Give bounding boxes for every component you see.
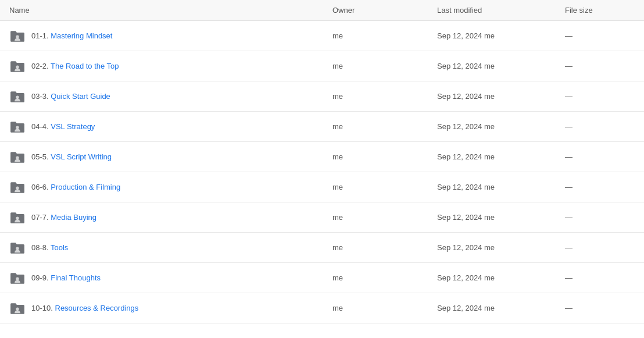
- name-cell: 09-9. Final Thoughts: [9, 270, 332, 286]
- file-name-prefix: 08-8.: [31, 243, 49, 252]
- file-name-text: The Road to the Top: [49, 62, 119, 70]
- file-name-text: VSL Script Writing: [49, 152, 112, 161]
- modified-cell: Sep 12, 2024 me: [437, 31, 565, 40]
- file-size-column-header: File size: [565, 3, 635, 17]
- file-name-link[interactable]: 06-6. Production & Filming: [31, 183, 120, 191]
- file-name-link[interactable]: 08-8. Tools: [31, 243, 68, 252]
- svg-point-3: [16, 126, 19, 129]
- shared-folder-icon: [9, 88, 26, 105]
- owner-column-header: Owner: [332, 3, 437, 17]
- owner-cell: me: [332, 31, 437, 40]
- shared-folder-icon: [9, 28, 26, 44]
- file-name-link[interactable]: 05-5. VSL Script Writing: [31, 152, 112, 161]
- size-cell: —: [565, 152, 635, 161]
- file-name-text: Media Buying: [49, 213, 96, 222]
- shared-folder-icon: [9, 149, 26, 165]
- modified-cell: Sep 12, 2024 me: [437, 273, 565, 282]
- name-column-header: Name: [9, 3, 332, 17]
- size-cell: —: [565, 62, 635, 70]
- file-name-link[interactable]: 07-7. Media Buying: [31, 213, 96, 222]
- size-cell: —: [565, 122, 635, 131]
- file-name-link[interactable]: 09-9. Final Thoughts: [31, 273, 101, 282]
- table-row[interactable]: 01-1. Mastering MindsetmeSep 12, 2024 me…: [0, 21, 644, 51]
- name-cell: 10-10. Resources & Recordings: [9, 300, 332, 316]
- table-row[interactable]: 07-7. Media BuyingmeSep 12, 2024 me—: [0, 202, 644, 233]
- file-name-text: VSL Strategy: [49, 122, 95, 131]
- file-name-link[interactable]: 10-10. Resources & Recordings: [31, 304, 138, 312]
- file-name-text: Final Thoughts: [49, 273, 101, 282]
- name-cell: 03-3. Quick Start Guide: [9, 88, 332, 105]
- owner-cell: me: [332, 62, 437, 70]
- size-cell: —: [565, 31, 635, 40]
- svg-point-5: [16, 186, 19, 189]
- owner-cell: me: [332, 92, 437, 101]
- file-name-prefix: 04-4.: [31, 122, 49, 131]
- owner-cell: me: [332, 273, 437, 282]
- table-row[interactable]: 03-3. Quick Start GuidemeSep 12, 2024 me…: [0, 81, 644, 112]
- file-name-link[interactable]: 04-4. VSL Strategy: [31, 122, 95, 131]
- svg-point-2: [16, 95, 19, 98]
- shared-folder-icon: [9, 270, 26, 286]
- svg-point-7: [16, 247, 19, 250]
- modified-cell: Sep 12, 2024 me: [437, 152, 565, 161]
- table-row[interactable]: 10-10. Resources & RecordingsmeSep 12, 2…: [0, 293, 644, 323]
- size-cell: —: [565, 183, 635, 191]
- file-name-link[interactable]: 01-1. Mastering Mindset: [31, 31, 112, 40]
- size-cell: —: [565, 273, 635, 282]
- table-row[interactable]: 06-6. Production & FilmingmeSep 12, 2024…: [0, 172, 644, 202]
- size-cell: —: [565, 213, 635, 222]
- name-cell: 06-6. Production & Filming: [9, 179, 332, 195]
- shared-folder-icon: [9, 179, 26, 195]
- shared-folder-icon: [9, 119, 26, 135]
- file-name-text: Tools: [49, 243, 69, 252]
- modified-cell: Sep 12, 2024 me: [437, 213, 565, 222]
- name-cell: 01-1. Mastering Mindset: [9, 28, 332, 44]
- file-name-prefix: 05-5.: [31, 152, 49, 161]
- table-row[interactable]: 02-2. The Road to the TopmeSep 12, 2024 …: [0, 51, 644, 81]
- file-name-link[interactable]: 02-2. The Road to the Top: [31, 62, 119, 70]
- svg-point-9: [16, 307, 19, 310]
- file-name-prefix: 06-6.: [31, 183, 49, 191]
- file-name-prefix: 01-1.: [31, 31, 49, 40]
- table-row[interactable]: 09-9. Final ThoughtsmeSep 12, 2024 me—: [0, 263, 644, 293]
- name-cell: 08-8. Tools: [9, 240, 332, 256]
- modified-cell: Sep 12, 2024 me: [437, 304, 565, 312]
- table-header: Name Owner Last modified File size: [0, 0, 644, 21]
- owner-cell: me: [332, 183, 437, 191]
- table-row[interactable]: 08-8. ToolsmeSep 12, 2024 me—: [0, 233, 644, 263]
- name-cell: 05-5. VSL Script Writing: [9, 149, 332, 165]
- svg-point-8: [16, 277, 19, 280]
- owner-cell: me: [332, 243, 437, 252]
- owner-cell: me: [332, 152, 437, 161]
- size-cell: —: [565, 92, 635, 101]
- owner-cell: me: [332, 304, 437, 312]
- svg-point-0: [16, 35, 19, 38]
- shared-folder-icon: [9, 240, 26, 256]
- name-cell: 02-2. The Road to the Top: [9, 58, 332, 74]
- file-name-prefix: 02-2.: [31, 62, 49, 70]
- table-row[interactable]: 05-5. VSL Script WritingmeSep 12, 2024 m…: [0, 142, 644, 172]
- modified-cell: Sep 12, 2024 me: [437, 92, 565, 101]
- file-name-prefix: 03-3.: [31, 92, 49, 101]
- file-name-prefix: 09-9.: [31, 273, 49, 282]
- size-cell: —: [565, 304, 635, 312]
- file-list-container: Name Owner Last modified File size 01-1.…: [0, 0, 644, 338]
- shared-folder-icon: [9, 58, 26, 74]
- size-cell: —: [565, 243, 635, 252]
- shared-folder-icon: [9, 209, 26, 226]
- last-modified-column-header: Last modified: [437, 3, 565, 17]
- modified-cell: Sep 12, 2024 me: [437, 122, 565, 131]
- modified-cell: Sep 12, 2024 me: [437, 183, 565, 191]
- owner-cell: me: [332, 122, 437, 131]
- file-name-text: Resources & Recordings: [53, 304, 138, 312]
- file-name-prefix: 07-7.: [31, 213, 49, 222]
- file-name-link[interactable]: 03-3. Quick Start Guide: [31, 92, 110, 101]
- file-name-text: Production & Filming: [49, 183, 121, 191]
- file-name-prefix: 10-10.: [31, 304, 53, 312]
- svg-point-6: [16, 216, 19, 219]
- name-cell: 04-4. VSL Strategy: [9, 119, 332, 135]
- table-body: 01-1. Mastering MindsetmeSep 12, 2024 me…: [0, 21, 644, 323]
- table-row[interactable]: 04-4. VSL StrategymeSep 12, 2024 me—: [0, 112, 644, 142]
- owner-cell: me: [332, 213, 437, 222]
- svg-point-4: [16, 156, 19, 159]
